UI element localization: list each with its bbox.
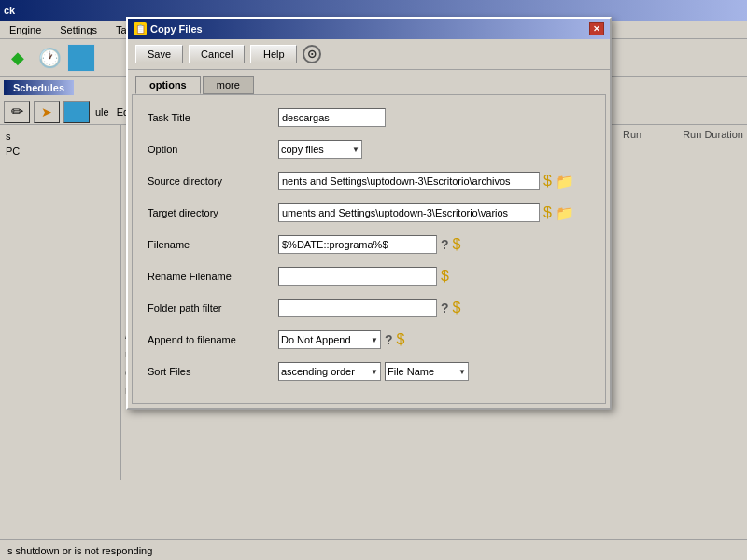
tabs-container: options more — [128, 70, 610, 94]
append-question-icon[interactable]: ? — [385, 332, 393, 347]
rename-filename-controls: $ — [278, 267, 590, 286]
toolbar-btn-diamond[interactable]: ◆ — [4, 44, 32, 72]
dialog-title: Copy Files — [150, 23, 203, 35]
target-dir-input[interactable] — [278, 203, 540, 222]
tab-more[interactable]: more — [203, 76, 254, 94]
source-dir-input[interactable] — [278, 172, 540, 190]
rename-dollar-icon[interactable]: $ — [441, 268, 449, 285]
copy-files-dialog: 📋 Copy Files ✕ Save Cancel Help ⊙ option… — [126, 17, 612, 410]
append-to-filename-label: Append to filename — [148, 334, 278, 345]
tab-options[interactable]: options — [135, 76, 201, 94]
menu-engine[interactable]: Engine — [4, 22, 47, 37]
target-dir-row: Target directory $ 📁 — [148, 202, 590, 224]
col-run-duration: Run Duration — [683, 129, 743, 140]
menu-settings[interactable]: Settings — [54, 22, 103, 37]
close-button[interactable]: ✕ — [589, 22, 604, 35]
target-dir-label: Target directory — [148, 207, 278, 218]
cancel-button[interactable]: Cancel — [189, 45, 245, 63]
append-dollar-icon[interactable]: $ — [397, 331, 405, 348]
modal-titlebar-left: 📋 Copy Files — [134, 22, 203, 35]
status-text: s shutdown or is not responding — [7, 545, 152, 556]
folder-path-filter-controls: ? $ — [278, 299, 590, 317]
option-select-wrapper: copy files move files sync files — [278, 140, 362, 159]
option-label: Option — [148, 144, 278, 155]
sort-order-select[interactable]: ascending order descending order — [278, 362, 381, 381]
folder-path-filter-label: Folder path filter — [148, 302, 278, 314]
task-title-row: Task Title — [148, 106, 590, 129]
schedules-label: Schedules — [4, 80, 74, 95]
modal-titlebar: 📋 Copy Files ✕ — [128, 19, 610, 39]
left-item-pc[interactable]: PC — [4, 144, 117, 159]
append-select-wrapper: Do Not Append Date Time Date and Time — [278, 330, 381, 349]
source-dollar-icon[interactable]: $ — [543, 173, 552, 189]
toolbar-pencil[interactable]: ✏ — [4, 101, 30, 123]
bg-left-panel: s PC — [0, 125, 121, 480]
sort-files-label: Sort Files — [148, 366, 278, 377]
tab-options-label: options — [149, 79, 187, 91]
sort-by-select[interactable]: File Name File Date File Size — [385, 362, 469, 381]
target-dollar-icon[interactable]: $ — [543, 204, 552, 221]
folder-question-icon[interactable]: ? — [441, 301, 449, 315]
task-title-controls — [278, 108, 590, 127]
target-dir-controls: $ 📁 — [278, 203, 590, 222]
help-circle-icon[interactable]: ⊙ — [303, 45, 321, 63]
filename-dollar-icon[interactable]: $ — [453, 236, 461, 253]
append-to-filename-controls: Do Not Append Date Time Date and Time ? … — [278, 330, 590, 349]
secondary-ule[interactable]: ule — [93, 105, 111, 119]
sort-files-controls: ascending order descending order File Na… — [278, 362, 590, 381]
append-select[interactable]: Do Not Append Date Time Date and Time — [278, 330, 381, 349]
rename-filename-label: Rename Filename — [148, 271, 278, 282]
folder-path-filter-input[interactable] — [278, 299, 437, 317]
modal-toolbar: Save Cancel Help ⊙ — [128, 39, 610, 70]
modal-body: Task Title Option copy files move files … — [132, 94, 606, 404]
rename-filename-input[interactable] — [278, 267, 437, 286]
sort-files-row: Sort Files ascending order descending or… — [148, 360, 590, 383]
filename-question-icon[interactable]: ? — [441, 237, 449, 252]
source-dir-label: Source directory — [148, 175, 278, 187]
rename-filename-row: Rename Filename $ — [148, 265, 590, 287]
help-button[interactable]: Help — [250, 45, 297, 63]
folder-dollar-icon[interactable]: $ — [453, 300, 461, 316]
toolbar-btn-blue[interactable] — [67, 44, 95, 72]
status-bar: s shutdown or is not responding — [0, 539, 747, 560]
source-dir-controls: $ 📁 — [278, 172, 590, 190]
filename-controls: ? $ — [278, 235, 590, 254]
task-title-input[interactable] — [278, 108, 386, 127]
filename-row: Filename ? $ — [148, 233, 590, 256]
append-to-filename-row: Append to filename Do Not Append Date Ti… — [148, 329, 590, 351]
option-select[interactable]: copy files move files sync files — [278, 140, 362, 159]
folder-path-filter-row: Folder path filter ? $ — [148, 297, 590, 319]
source-folder-icon[interactable]: 📁 — [556, 173, 574, 190]
sort-order-select-wrapper: ascending order descending order — [278, 362, 381, 381]
dialog-icon: 📋 — [134, 22, 147, 35]
task-title-label: Task Title — [148, 112, 278, 123]
save-button[interactable]: Save — [135, 45, 183, 63]
left-item-s[interactable]: s — [4, 129, 117, 144]
filename-label: Filename — [148, 239, 278, 250]
option-controls: copy files move files sync files — [278, 140, 590, 159]
tab-more-label: more — [217, 79, 240, 91]
toolbar-run[interactable] — [63, 101, 90, 123]
source-dir-row: Source directory $ 📁 — [148, 170, 590, 192]
filename-input[interactable] — [278, 235, 437, 254]
toolbar-btn-clock[interactable]: 🕐 — [35, 44, 63, 72]
bg-title: ck — [4, 5, 15, 16]
sort-by-select-wrapper: File Name File Date File Size — [385, 362, 469, 381]
target-folder-icon[interactable]: 📁 — [556, 204, 574, 222]
option-row: Option copy files move files sync files — [148, 138, 590, 161]
col-run: Run — [623, 129, 641, 140]
toolbar-arrow[interactable]: ➤ — [34, 101, 60, 123]
